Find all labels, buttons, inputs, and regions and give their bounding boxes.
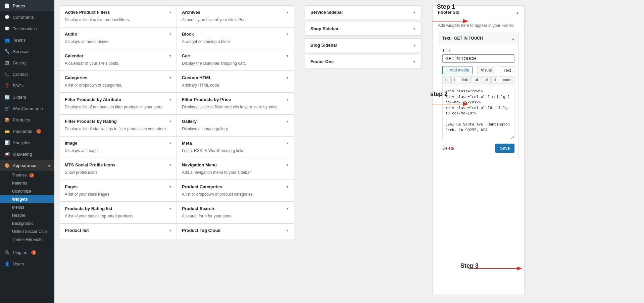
sidebar-item-marketing[interactable]: 📢 Marketing xyxy=(0,148,54,160)
sidebar-item-teams[interactable]: 👥 Teams xyxy=(0,34,54,46)
sidebar-item-users[interactable]: 👤 Users xyxy=(0,258,54,269)
sidebar-sub-item-widgets[interactable]: Widgets xyxy=(0,195,54,203)
appearance-icon: 🎨 xyxy=(4,162,10,168)
sidebar-sub-item-header[interactable]: Header xyxy=(0,211,54,219)
widget-pages[interactable]: Pages A list of your site's Pages. xyxy=(60,180,177,202)
sidebar-sub-item-united-soccer[interactable]: United Soccer Club xyxy=(0,228,54,236)
plugins-badge: 3 xyxy=(31,250,37,255)
widget-cart[interactable]: Cart Display the customer shopping cart. xyxy=(177,49,294,71)
widget-grid: Active Product Filters Display a list of… xyxy=(60,5,294,239)
step3-arrow xyxy=(467,263,524,274)
text-widget: Text: GET IN TOUCH Title: + Add media xyxy=(438,32,519,157)
widget-product-tag-cloud[interactable]: Product Tag Cloud xyxy=(177,223,294,239)
widget-categories[interactable]: Categories A list or dropdown of categor… xyxy=(60,71,177,93)
text-widget-header[interactable]: Text: GET IN TOUCH xyxy=(438,32,518,44)
widget-archives[interactable]: Archives A monthly archive of your site'… xyxy=(177,5,294,27)
widget-mts-social[interactable]: MTS Social Profile Icons Show profile ic… xyxy=(60,158,177,180)
sidebar-sub-item-theme-file-editor[interactable]: Theme File Editor xyxy=(0,236,54,244)
editor-toolbar: + Add media Visual Text xyxy=(442,66,514,74)
right-panel: Step 1 step 2 Step 3 Fo xyxy=(427,0,644,303)
sidebar-item-plugins[interactable]: 🔌 Plugins 3 xyxy=(0,247,54,258)
sidebar-item-products[interactable]: 📦 Products xyxy=(0,114,54,125)
bold-button[interactable]: b xyxy=(442,76,451,84)
widget-image[interactable]: Image Displays an image. xyxy=(60,136,177,158)
service-sidebar-chevron xyxy=(413,10,416,15)
marketing-icon: 📢 xyxy=(4,151,10,157)
pages-icon: 📄 xyxy=(4,3,10,9)
sidebar-item-services[interactable]: 🔧 Services xyxy=(0,46,54,57)
widget-meta[interactable]: Meta Login, RSS, & WordPress.org links. xyxy=(177,136,294,158)
widget-chevron-2 xyxy=(169,32,172,36)
widget-gallery[interactable]: Gallery Displays an image gallery. xyxy=(177,114,294,136)
widget-list: Active Product Filters Display a list of… xyxy=(54,0,299,303)
widget-filter-products-price[interactable]: Filter Products by Price Display a slide… xyxy=(177,93,294,114)
ul-button[interactable]: ul xyxy=(472,76,481,84)
sidebar-sub-item-menus[interactable]: Menus xyxy=(0,203,54,211)
area-shop-sidebar[interactable]: Shop Sidebar xyxy=(305,22,422,36)
woocommerce-icon: 🛒 xyxy=(4,105,10,111)
code-editor[interactable]: <div class="row"> <div class="col-xl-1 c… xyxy=(442,86,514,139)
widget-chevron-1 xyxy=(286,10,289,14)
li-button[interactable]: li xyxy=(491,76,499,84)
widget-product-categories[interactable]: Product Categories A list or dropdown of… xyxy=(177,180,294,202)
step2-arrow xyxy=(430,99,470,110)
step3-arrow-svg xyxy=(467,263,524,273)
widget-filter-products-attribute[interactable]: Filter Products by Attribute Display a l… xyxy=(60,93,177,114)
sidebar-item-comments[interactable]: 💬 Comments xyxy=(0,11,54,23)
step2-label: step 2 xyxy=(430,91,448,98)
area-service-sidebar[interactable]: Service Sidebar xyxy=(305,5,422,19)
appearance-submenu: Themes 3 Patterns Customize Widgets Menu… xyxy=(0,171,54,244)
widget-product-search[interactable]: Product Search A search form for your st… xyxy=(177,202,294,223)
widget-audio[interactable]: Audio Displays an audio player. xyxy=(60,27,177,49)
products-icon: 📦 xyxy=(4,117,10,123)
sidebar: 📄 Pages 💬 Comments 💬 Testimonials 👥 Team… xyxy=(0,0,54,303)
widget-chevron-11 xyxy=(286,119,289,123)
save-button[interactable]: Save xyxy=(495,144,515,153)
sidebar-item-payments[interactable]: 💳 Payments 1 xyxy=(0,125,54,137)
widget-navigation-menu[interactable]: Navigation Menu Add a navigation menu to… xyxy=(177,158,294,180)
sidebar-sub-item-customize[interactable]: Customize xyxy=(0,187,54,195)
title-label: Title: xyxy=(442,48,514,53)
widget-chevron-3 xyxy=(286,32,289,36)
shop-sidebar-chevron xyxy=(413,26,416,31)
sidebar-item-appearance[interactable]: 🎨 Appearance ◀ xyxy=(0,160,54,171)
widget-products-by-rating-list[interactable]: Products by Rating list A list of your s… xyxy=(60,202,177,223)
sidebar-item-faqs[interactable]: ❓ FAQs xyxy=(0,80,54,91)
teams-icon: 👥 xyxy=(4,37,10,43)
widget-calendar[interactable]: Calendar A calendar of your site's posts… xyxy=(60,49,177,71)
plugins-icon: 🔌 xyxy=(4,249,10,255)
link-button[interactable]: link xyxy=(459,76,471,84)
code-button[interactable]: code xyxy=(500,76,514,84)
visual-mode-button[interactable]: Visual xyxy=(477,66,495,74)
area-blog-sidebar[interactable]: Blog Sidebar xyxy=(305,38,422,52)
ol-button[interactable]: ol xyxy=(482,76,491,84)
widget-active-product-filters[interactable]: Active Product Filters Display a list of… xyxy=(60,5,177,27)
widget-product-list[interactable]: Product list xyxy=(60,223,177,239)
title-input[interactable] xyxy=(442,54,514,63)
sidebar-item-contact[interactable]: 📞 Contact xyxy=(0,68,54,80)
widget-filter-products-rating[interactable]: Filter Products by Rating Display a list… xyxy=(60,114,177,136)
sidebar-sub-item-patterns[interactable]: Patterns xyxy=(0,179,54,187)
sidebar-sub-item-themes[interactable]: Themes 3 xyxy=(0,171,54,179)
text-widget-header-value: GET IN TOUCH xyxy=(454,36,483,41)
widget-custom-html[interactable]: Custom HTML Arbitrary HTML code. xyxy=(177,71,294,93)
services-icon: 🔧 xyxy=(4,48,10,54)
sidebar-item-analytics[interactable]: 📊 Analytics xyxy=(0,137,54,148)
sidebar-item-gallery[interactable]: 🖼 Gallery xyxy=(0,57,54,68)
themes-badge: 3 xyxy=(29,173,35,178)
widget-block[interactable]: Block A widget containing a block. xyxy=(177,27,294,49)
format-buttons: b i link ul ol li code xyxy=(442,76,514,84)
sidebar-item-pages[interactable]: 📄 Pages xyxy=(0,0,54,11)
widget-chevron-6 xyxy=(169,76,172,80)
faqs-icon: ❓ xyxy=(4,83,10,89)
text-mode-button[interactable]: Text xyxy=(500,66,514,74)
delete-button[interactable]: Delete xyxy=(442,146,454,151)
text-widget-title-label: Text: GET IN TOUCH xyxy=(442,36,483,41)
sidebar-item-woocommerce[interactable]: 🛒 WooCommerce xyxy=(0,103,54,114)
sidebar-item-sliders[interactable]: 🔄 Sliders xyxy=(0,91,54,103)
add-media-button[interactable]: + Add media xyxy=(442,66,473,74)
area-footer-one[interactable]: Footer One xyxy=(305,55,422,68)
sidebar-sub-item-background[interactable]: Background xyxy=(0,219,54,228)
italic-button[interactable]: i xyxy=(451,76,458,84)
sidebar-item-testimonials[interactable]: 💬 Testimonials xyxy=(0,23,54,34)
